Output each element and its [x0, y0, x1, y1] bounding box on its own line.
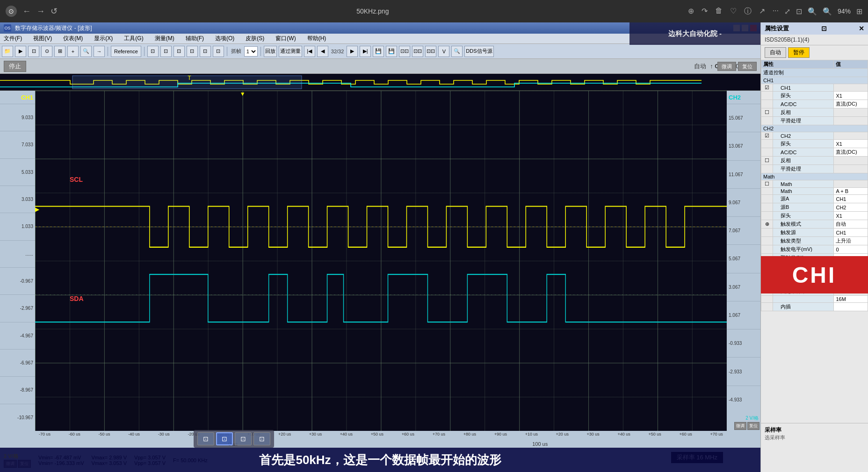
tb-save-btn[interactable]: 💾 [373, 46, 384, 57]
auto-label: 自动 [694, 62, 706, 71]
file-name: 50KHz.png [63, 7, 682, 15]
history-icon[interactable]: ↷ [702, 7, 708, 16]
screenshot-icon[interactable]: ⊡ [796, 7, 802, 16]
forward-icon[interactable]: → [36, 7, 45, 16]
tb-playback-btn[interactable]: 回放 [264, 46, 277, 57]
tb-prev-btn[interactable]: |◀ [304, 46, 315, 57]
tb-auto-btn[interactable]: ⊞ [54, 46, 65, 57]
x-label-10: +40 us [340, 432, 353, 436]
x-label-19: +40 us [618, 432, 630, 436]
math-op-key: Math [773, 188, 834, 195]
osc-toolbar: 📁 ▶ ⊡ ⊙ ⊞ + 🔍 → Reference ⊡ ⊡ ⊡ ⊡ ⊡ ⊡ 抓帧… [0, 44, 760, 59]
zoom-in-icon[interactable]: 🔍 [823, 7, 832, 16]
back-icon[interactable]: ← [22, 7, 31, 16]
tb-save2-btn[interactable]: 💾 [386, 46, 397, 57]
tb-zoom2-btn[interactable]: 🔍 [451, 46, 463, 57]
svg-text:T: T [188, 75, 191, 81]
nav-bar: T [0, 74, 760, 91]
menu-display[interactable]: 显示(X) [92, 34, 115, 43]
stop-button[interactable]: 停止 [4, 61, 26, 72]
math-probe-key: 探头 [773, 212, 834, 220]
menu-options[interactable]: 选项(O) [213, 34, 236, 43]
tb-btn5[interactable]: ⊡ [200, 46, 211, 57]
vc-next-btn[interactable]: ⊡ [235, 432, 252, 445]
ch2-check[interactable]: ☑ [761, 132, 773, 140]
menu-instrument[interactable]: 仪表(M) [61, 34, 85, 43]
vc-settings-btn[interactable]: ⊡ [253, 432, 270, 445]
scl-label: SCL [70, 176, 83, 183]
math-probe-val: X1 [834, 212, 868, 220]
menu-help[interactable]: 帮助(H) [305, 34, 328, 43]
tb-dds-btn[interactable]: DDS信号源 [464, 46, 493, 57]
menu-help2[interactable]: 辅助(F) [184, 34, 206, 43]
fine-adj-btn[interactable]: 微调 [717, 62, 736, 71]
ch2-invert-check[interactable]: ☐ [761, 157, 773, 165]
delete-icon[interactable]: 🗑 [715, 7, 723, 16]
capture-num-select[interactable]: 1 [244, 46, 258, 57]
tb-reference-btn[interactable]: Reference [111, 46, 141, 57]
tb-cursor-btn[interactable]: + [67, 46, 79, 57]
share-icon[interactable]: ↗ [759, 7, 765, 16]
tb-run-btn[interactable]: ▶ [15, 46, 26, 57]
sample-rate-section: 采样率 选采样率 [761, 423, 868, 444]
zoom-out-icon[interactable]: 🔍 [808, 7, 817, 16]
prop-header-col2: 值 [834, 60, 868, 69]
math-label-key: Math [773, 180, 834, 188]
ch1-invert-check[interactable]: ☐ [761, 108, 773, 117]
tb-btn2[interactable]: ⊡ [160, 46, 172, 57]
stop-mode-btn[interactable]: 暂停 [788, 47, 810, 58]
tb-btn3[interactable]: ⊡ [174, 46, 185, 57]
tb-pass-btn[interactable]: 通过测量 [279, 46, 302, 57]
x-label-3: -40 us [128, 432, 140, 436]
menu-tools[interactable]: 工具(G) [122, 34, 145, 43]
menu-measure[interactable]: 测量(M) [153, 34, 176, 43]
menu-view[interactable]: 视图(V) [31, 34, 54, 43]
menu-skin[interactable]: 皮肤(S) [244, 34, 266, 43]
menu-window[interactable]: 窗口(W) [274, 34, 297, 43]
panel-close-icon[interactable]: ✕ [859, 25, 864, 32]
sample-rate-label: 采样率 [765, 426, 864, 434]
ch1-invert-key: 反相 [773, 108, 834, 117]
tb-zoom-btn[interactable]: 🔍 [80, 46, 92, 57]
tb-btn1[interactable]: ⊡ [147, 46, 159, 57]
tb-btn7[interactable]: ⊡⊡ [399, 46, 410, 57]
refresh-icon[interactable]: ↺ [51, 6, 58, 16]
reset-btn[interactable]: 复位 [738, 62, 757, 71]
tb-single-btn[interactable]: ⊙ [41, 46, 52, 57]
tb-stop-btn[interactable]: ⊡ [28, 46, 39, 57]
auto-mode-btn[interactable]: 自动 [765, 47, 786, 58]
maximize-icon[interactable]: ⊞ [856, 7, 862, 16]
more-icon[interactable]: ··· [773, 7, 779, 16]
info-icon[interactable]: ⓘ [744, 7, 752, 16]
heart-icon[interactable]: ♡ [730, 7, 737, 16]
menu-file[interactable]: 文件(F) [2, 34, 24, 43]
vc-play-btn[interactable]: ⊡ [216, 432, 233, 445]
tb-btn8[interactable]: ⊡⊡ [412, 46, 423, 57]
tb-file-btn[interactable]: 📁 [2, 46, 13, 57]
y-axis-ch1: CH1 9.033 7.033 5.033 3.033 1.033 ......… [0, 91, 35, 431]
math-check[interactable]: ☐ [761, 180, 773, 188]
tb-btn9[interactable]: ⊡⊡ [425, 46, 436, 57]
tb-btn4[interactable]: ⊡ [187, 46, 198, 57]
expand-icon[interactable]: ⤢ [784, 7, 790, 16]
ch1-check-label: CH1 [773, 84, 834, 92]
y-ch1-tick-0: 9.033 [0, 104, 35, 131]
trigger-type-val: 上升沿 [834, 237, 868, 245]
tb-v-btn[interactable]: V [438, 46, 449, 57]
vc-prev-btn[interactable]: ⊡ [197, 432, 214, 445]
tb-next2-btn[interactable]: ▶| [360, 46, 371, 57]
math-src-b-val: CH2 [834, 203, 868, 212]
video-controls: ⊡ ⊡ ⊡ ⊡ [194, 430, 274, 448]
tb-btn6[interactable]: ⊡ [213, 46, 224, 57]
ch1-check[interactable]: ☑ [761, 84, 773, 92]
bookmark-icon[interactable]: ⊕ [688, 7, 694, 16]
ch2-fine-btn[interactable]: 微调 [734, 422, 746, 430]
x-label-22: +70 us [710, 432, 723, 436]
tb-prev2-btn[interactable]: ◀ [317, 46, 328, 57]
math-section-label: Math [761, 173, 868, 180]
panel-dock-icon[interactable]: ⊡ [821, 25, 827, 32]
tb-next-btn[interactable]: ▶ [347, 46, 358, 57]
x-label-21: +60 us [679, 432, 692, 436]
tb-arrow-btn[interactable]: → [94, 46, 105, 57]
ch2-reset-btn[interactable]: 复位 [747, 422, 760, 430]
